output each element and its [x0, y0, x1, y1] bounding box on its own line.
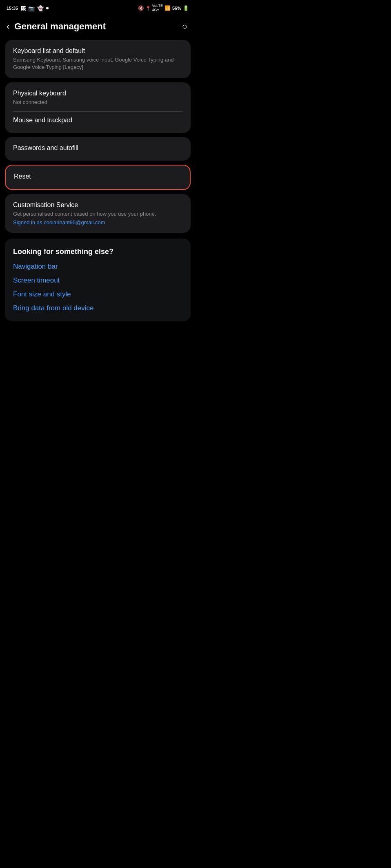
location-icon: 📍: [146, 6, 151, 11]
looking-title: Looking for something else?: [13, 247, 182, 256]
passwords-autofill-card[interactable]: Passwords and autofill: [5, 137, 191, 161]
network-text: VoLTE4G+: [152, 4, 163, 12]
mouse-trackpad-title: Mouse and trackpad: [13, 117, 182, 124]
card-divider-1: [13, 111, 182, 112]
screen-timeout-link[interactable]: Screen timeout: [13, 276, 182, 285]
bring-data-old-device-link[interactable]: Bring data from old device: [13, 304, 182, 312]
customisation-title: Customisation Service: [13, 201, 182, 209]
signal-icon: 📶: [164, 5, 171, 11]
keyboard-list-title: Keyboard list and default: [13, 47, 182, 55]
looking-section: Looking for something else? Navigation b…: [5, 239, 191, 321]
instagram-icon: 📷: [28, 5, 35, 11]
customisation-account-link: Signed in as coolarihant95@gmail.com: [13, 219, 182, 225]
battery-icon: 🔋: [183, 5, 189, 11]
gallery-icon: 🖼: [20, 5, 26, 11]
search-icon[interactable]: ○: [182, 21, 187, 32]
snapchat-icon: 👻: [37, 5, 44, 11]
back-button[interactable]: ‹: [7, 21, 9, 32]
dot-icon: [46, 7, 49, 9]
mouse-trackpad-item[interactable]: Mouse and trackpad: [13, 117, 182, 124]
customisation-service-card[interactable]: Customisation Service Get personalised c…: [5, 194, 191, 233]
status-bar-right: 🔇 📍 VoLTE4G+ 📶 56% 🔋: [138, 4, 189, 12]
physical-keyboard-subtitle: Not connected: [13, 99, 182, 106]
physical-keyboard-item[interactable]: Physical keyboard Not connected: [13, 90, 182, 106]
passwords-autofill-title: Passwords and autofill: [13, 144, 182, 152]
battery-display: 56%: [172, 6, 181, 11]
customisation-subtitle: Get personalised content based on how yo…: [13, 210, 182, 218]
page-header: ‹ General management ○: [0, 15, 196, 40]
settings-list: Keyboard list and default Samsung Keyboa…: [0, 40, 196, 321]
status-bar-left: 15:35 🖼 📷 👻: [7, 5, 49, 11]
mute-icon: 🔇: [138, 5, 144, 11]
page-title: General management: [14, 21, 106, 32]
physical-keyboard-title: Physical keyboard: [13, 90, 182, 97]
reset-title: Reset: [14, 173, 182, 180]
navigation-bar-link[interactable]: Navigation bar: [13, 263, 182, 271]
keyboard-list-subtitle: Samsung Keyboard, Samsung voice input, G…: [13, 56, 182, 71]
keyboard-list-card[interactable]: Keyboard list and default Samsung Keyboa…: [5, 40, 191, 78]
time-display: 15:35: [7, 6, 18, 11]
reset-card[interactable]: Reset: [5, 165, 191, 190]
keyboard-mouse-group-card: Physical keyboard Not connected Mouse an…: [5, 82, 191, 133]
font-size-style-link[interactable]: Font size and style: [13, 290, 182, 298]
status-bar: 15:35 🖼 📷 👻 🔇 📍 VoLTE4G+ 📶 56% 🔋: [0, 0, 196, 15]
